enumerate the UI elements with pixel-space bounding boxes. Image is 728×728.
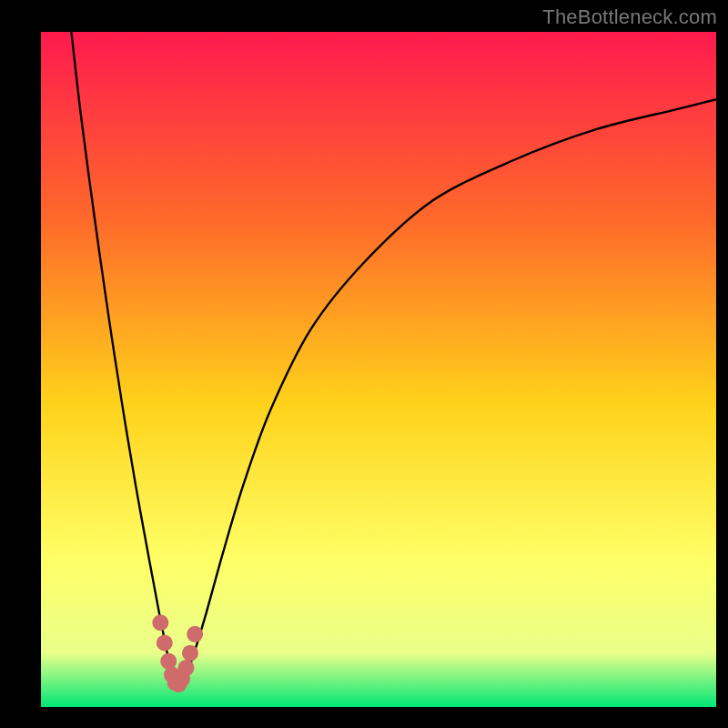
highlight-dot [182, 645, 198, 662]
chart-frame: TheBottleneck.com [0, 0, 728, 728]
highlight-dot [178, 660, 195, 676]
chart-svg [41, 32, 716, 707]
gradient-background [41, 32, 716, 707]
plot-area [41, 32, 716, 707]
highlight-dot [157, 635, 173, 652]
highlight-dot [187, 626, 203, 642]
highlight-dot [152, 614, 168, 631]
watermark-text: TheBottleneck.com [542, 5, 717, 29]
